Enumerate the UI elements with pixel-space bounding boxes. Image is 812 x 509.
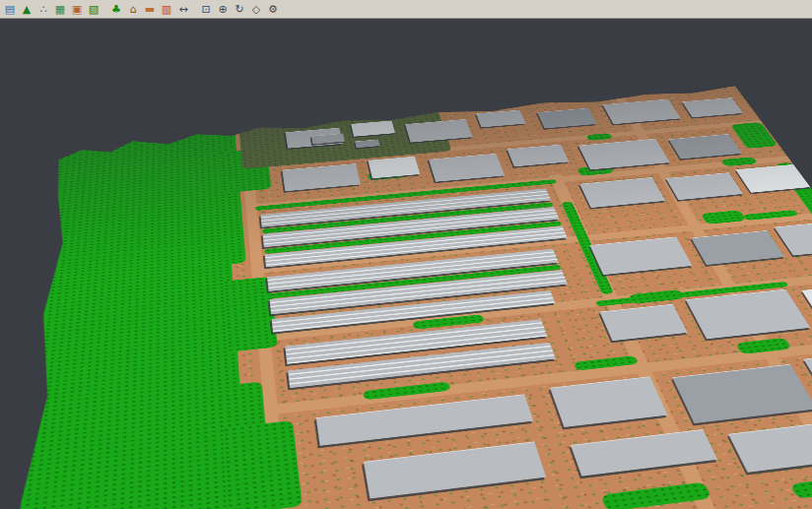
color-ramp-icon[interactable]: ▥ — [159, 2, 174, 17]
building-footprint — [405, 119, 472, 143]
main-toolbar: ▤▲∴▦▣▧♣⌂▬▥↔⊡⊕↻◇⚙ — [0, 0, 812, 19]
building-footprint — [590, 236, 693, 275]
pan-view-icon[interactable]: ◇ — [248, 2, 264, 17]
point-cloud-icon-glyph: ∴ — [40, 4, 47, 15]
ortho-image-icon-glyph: ▣ — [72, 4, 82, 15]
terrain-icon[interactable]: ▲ — [19, 2, 34, 17]
building-footprint — [686, 289, 810, 340]
zoom-fit-icon-glyph: ⊡ — [201, 4, 210, 15]
building-footprint — [603, 99, 681, 124]
point-cloud-icon[interactable]: ∴ — [35, 2, 51, 17]
building-class-icon-glyph: ⌂ — [130, 4, 137, 15]
building-footprint — [282, 163, 360, 191]
layers-icon-glyph: ▤ — [5, 4, 15, 15]
building-footprint — [728, 421, 812, 473]
building-footprint — [691, 230, 784, 265]
building-footprint — [666, 172, 743, 200]
settings-icon[interactable]: ⚙ — [265, 2, 281, 17]
building-footprint — [682, 97, 743, 117]
building-class-icon[interactable]: ⌂ — [125, 2, 141, 17]
building-footprint — [429, 154, 505, 182]
building-footprint — [537, 108, 596, 129]
building-footprint — [579, 177, 665, 208]
vegetation-patch — [789, 473, 812, 498]
classified-point-cloud-scene — [0, 86, 812, 509]
rotate-view-icon[interactable]: ↻ — [232, 2, 247, 17]
terrain-icon-glyph: ▲ — [23, 4, 31, 15]
ortho-image-icon[interactable]: ▣ — [69, 2, 85, 17]
building-footprint — [668, 134, 742, 159]
building-footprint — [600, 304, 688, 341]
layers-icon[interactable]: ▤ — [2, 2, 18, 17]
vegetation-patch — [628, 289, 685, 304]
measure-icon[interactable]: ↔ — [175, 2, 191, 17]
vegetation-class-icon-glyph: ♣ — [111, 4, 121, 15]
mesh-icon-glyph: ▦ — [55, 4, 65, 15]
zoom-in-icon[interactable]: ⊕ — [215, 2, 231, 17]
settings-icon-glyph: ⚙ — [268, 4, 278, 15]
application-window: ▤▲∴▦▣▧♣⌂▬▥↔⊡⊕↻◇⚙ — [0, 0, 812, 509]
toolbar-icon-group: ▤▲∴▦▣▧♣⌂▬▥↔⊡⊕↻◇⚙ — [2, 0, 282, 18]
rotate-view-icon-glyph: ↻ — [235, 4, 243, 15]
building-footprint — [364, 441, 546, 498]
zoom-fit-icon[interactable]: ⊡ — [198, 2, 214, 17]
ground-class-icon-glyph: ▬ — [145, 4, 155, 15]
vegetation-patch — [585, 133, 613, 141]
building-footprint — [476, 110, 525, 128]
mesh-icon[interactable]: ▦ — [52, 2, 68, 17]
vegetation-patch — [601, 482, 712, 509]
building-footprint — [368, 157, 420, 178]
classification-icon[interactable]: ▧ — [86, 2, 102, 17]
building-footprint — [550, 376, 667, 427]
measure-icon-glyph: ↔ — [178, 4, 187, 15]
pan-view-icon-glyph: ◇ — [252, 4, 260, 15]
color-ramp-icon-glyph: ▥ — [162, 4, 171, 15]
zoom-in-icon-glyph: ⊕ — [218, 4, 227, 15]
vegetation-patch — [223, 420, 303, 509]
vegetation-class-icon[interactable]: ♣ — [108, 2, 124, 17]
building-footprint — [672, 364, 812, 423]
classification-icon-glyph: ▧ — [89, 4, 99, 15]
vegetation-patch — [730, 122, 778, 149]
vegetation-patch — [720, 157, 758, 166]
building-footprint — [508, 145, 570, 167]
viewport-3d[interactable] — [0, 18, 812, 509]
ground-class-icon[interactable]: ▬ — [142, 2, 158, 17]
